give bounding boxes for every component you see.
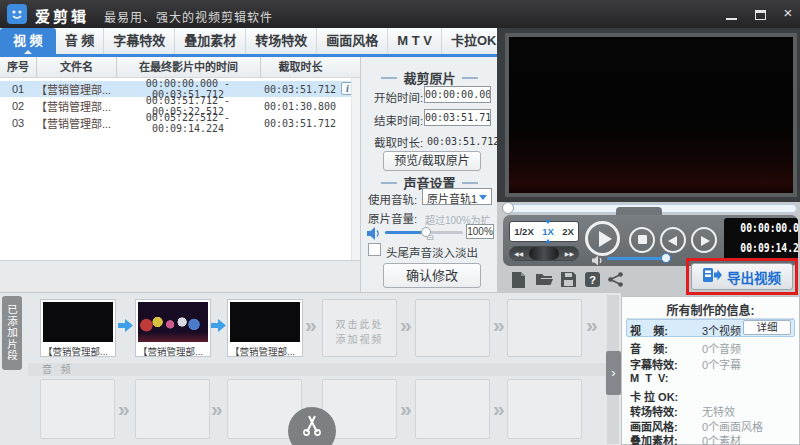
export-video-button[interactable]: 导出视频 <box>691 263 793 290</box>
total-time: 00:09:14.224 <box>740 238 796 258</box>
seek-handle[interactable] <box>502 202 514 214</box>
svg-text:?: ? <box>589 274 596 286</box>
chevron-right-icon: » <box>211 399 223 419</box>
info-row-picture-style: 画面风格: 0个画面风格 <box>630 418 795 432</box>
audio-track-header: 音 频 <box>28 363 606 376</box>
empty-audio-slot[interactable] <box>415 379 490 439</box>
clip-thumbnail <box>138 302 208 342</box>
time-display: 00:00:00.000 00:09:14.224 <box>724 218 798 260</box>
timeline: 已添加片段 【营销管理部... 【营销管理部... 【营销管理部... » 双击… <box>0 292 621 445</box>
empty-clip-slot[interactable] <box>507 299 582 357</box>
tab-audio[interactable]: 音 频 <box>56 28 105 54</box>
tab-overlay-material[interactable]: 叠加素材 <box>175 28 246 54</box>
row-duration: 00:03:51.712 <box>260 118 340 129</box>
row-filename: 【营销管理部... <box>36 98 116 114</box>
open-project-button[interactable] <box>536 272 554 289</box>
end-time-input[interactable] <box>424 109 491 126</box>
speed-2x-option[interactable]: 2X <box>562 226 574 237</box>
share-button[interactable] <box>608 272 626 289</box>
fade-label: 头尾声音淡入淡出 <box>386 244 478 260</box>
chevron-down-icon <box>479 195 487 200</box>
current-time: 00:00:00.000 <box>740 218 796 238</box>
export-icon <box>703 268 722 286</box>
tab-subtitle-effects[interactable]: 字幕特效 <box>104 28 175 54</box>
tab-picture-style[interactable]: 画面风格 <box>317 28 388 54</box>
player-volume-slider[interactable] <box>607 257 665 260</box>
row-filename: 【营销管理部... <box>36 115 116 131</box>
app-subtitle: 最易用、强大的视频剪辑软件 <box>104 8 273 25</box>
end-time-label: 结束时间: <box>374 112 423 128</box>
rewind-icon: ◀◀ <box>514 250 523 257</box>
fast-forward-icon: ▶▶ <box>565 250 574 257</box>
fade-checkbox[interactable] <box>368 243 381 256</box>
table-scrollbar[interactable] <box>351 78 360 260</box>
col-filename: 文件名 <box>36 57 116 77</box>
empty-audio-slot[interactable] <box>40 379 115 439</box>
audio-track-value: 原片音轨1 <box>427 193 477 205</box>
tab-video[interactable]: 视 频 <box>0 28 56 54</box>
chevron-right-icon: » <box>400 315 412 335</box>
confirm-button[interactable]: 确认修改 <box>383 263 481 288</box>
start-time-input[interactable] <box>424 86 491 103</box>
add-clip-placeholder[interactable]: 双击此处 添加视频 <box>322 299 397 357</box>
scrubber-knob[interactable] <box>529 247 559 260</box>
row-duration: 00:01:30.800 <box>260 101 340 112</box>
titlebar: 爱剪辑 最易用、强大的视频剪辑软件 × <box>0 0 800 28</box>
audio-track-select[interactable]: 原片音轨1 <box>422 188 492 205</box>
clip-caption: 【营销管理部... <box>138 342 208 358</box>
info-row-karaoke: 卡 拉 OK: <box>630 388 795 402</box>
video-preview[interactable] <box>505 33 797 197</box>
clip-thumbnail <box>230 302 300 342</box>
arrow-right-icon <box>211 318 226 336</box>
stop-icon <box>638 235 647 244</box>
previous-frame-icon <box>668 236 677 246</box>
volume-slider-fill <box>385 231 425 234</box>
player-speaker-icon[interactable] <box>592 252 604 270</box>
stop-button[interactable] <box>629 227 655 253</box>
added-clips-tab[interactable]: 已添加片段 <box>2 296 22 370</box>
main-tabbar: 视 频 音 频 字幕特效 叠加素材 转场特效 画面风格 M T V 卡拉OK 升… <box>0 28 505 57</box>
empty-audio-slot[interactable] <box>135 379 210 439</box>
col-duration: 截取时长 <box>260 57 340 77</box>
timeline-clip-2[interactable]: 【营销管理部... <box>135 299 211 357</box>
chevron-right-icon: » <box>493 315 505 335</box>
next-frame-button[interactable] <box>691 227 717 253</box>
empty-clip-slot[interactable] <box>415 299 490 357</box>
speed-half-option[interactable]: 1/2X <box>514 226 534 237</box>
volume-slider-handle[interactable] <box>421 227 431 237</box>
table-row[interactable]: 03 【营销管理部... 00:05:22.512 - 00:09:14.224… <box>0 115 352 131</box>
chevron-right-icon: » <box>118 399 130 419</box>
info-row-mtv: M T V: <box>630 372 795 386</box>
help-button[interactable]: ? <box>585 272 603 289</box>
timeline-clip-3[interactable]: 【营销管理部... <box>227 299 303 357</box>
chevron-right-icon: » <box>400 399 412 419</box>
jog-scrubber[interactable]: ◀◀ ▶▶ <box>509 246 579 261</box>
maximize-button[interactable] <box>751 6 769 22</box>
info-row-video[interactable]: 视 频: 3个视频 详细 <box>630 322 795 336</box>
preview-crop-button[interactable]: 预览/截取原片 <box>383 151 481 171</box>
row-index: 02 <box>0 100 36 112</box>
clip-table-header: 序号 文件名 在最终影片中的时间 截取时长 <box>0 57 360 78</box>
volume-value[interactable]: 100% <box>466 224 494 239</box>
tab-mtv[interactable]: M T V <box>388 28 442 54</box>
tab-transition-effects[interactable]: 转场特效 <box>246 28 317 54</box>
play-button[interactable] <box>585 221 620 256</box>
detail-button[interactable]: 详细 <box>743 320 791 335</box>
app-logo-icon <box>7 4 27 28</box>
production-info-panel: 所有制作的信息: 视 频: 3个视频 详细 音 频: 0个音频 字幕特效: 0个… <box>621 296 800 445</box>
speed-1x-option[interactable]: 1X <box>542 226 554 237</box>
volume-label: 原片音量: <box>368 210 417 226</box>
maximize-icon <box>755 10 766 20</box>
new-project-button[interactable] <box>511 272 529 289</box>
timeline-clip-1[interactable]: 【营销管理部... <box>40 299 116 357</box>
close-button[interactable]: × <box>779 5 797 21</box>
empty-audio-slot[interactable] <box>507 379 582 439</box>
export-label: 导出视频 <box>727 267 781 287</box>
minimize-button[interactable] <box>722 6 740 22</box>
previous-frame-button[interactable] <box>660 227 686 253</box>
row-index: 01 <box>0 83 36 95</box>
speed-selector[interactable]: 1/2X 1X 2X <box>509 221 579 242</box>
player-volume-handle[interactable] <box>661 253 671 263</box>
expand-panel-button[interactable]: › <box>606 351 621 395</box>
save-project-button[interactable] <box>561 272 579 289</box>
